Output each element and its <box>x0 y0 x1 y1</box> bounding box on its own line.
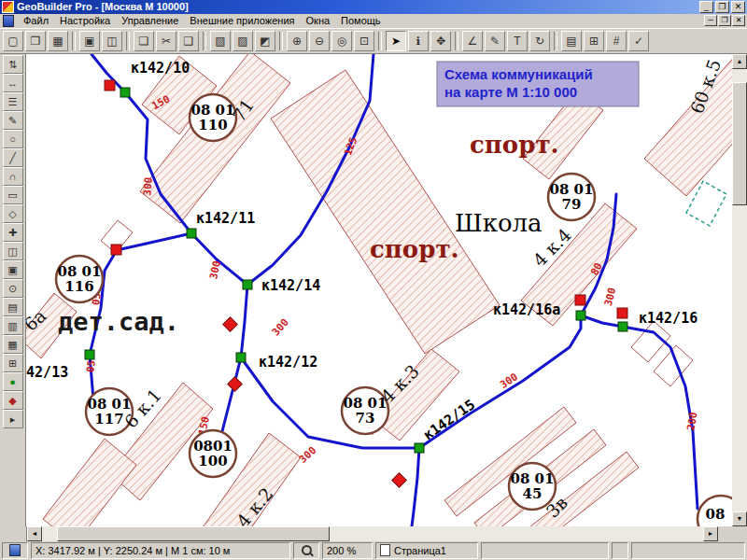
palette-tool-10[interactable]: ✚ <box>3 223 23 242</box>
list-icon: ☰ <box>8 96 18 107</box>
valve-node[interactable] <box>576 311 585 320</box>
hatch-style-button[interactable]: ▨ <box>233 31 253 51</box>
horizontal-scrollbar[interactable]: ◄ ► <box>27 526 718 541</box>
scroll-right-arrow[interactable]: ► <box>703 526 718 541</box>
red-marker-node[interactable] <box>575 295 585 305</box>
palette-tool-3[interactable]: ☰ <box>3 92 23 111</box>
red-marker-node[interactable] <box>105 80 115 91</box>
validate-button[interactable]: ✓ <box>628 31 649 51</box>
save-button[interactable]: ▦ <box>48 31 68 51</box>
well-116[interactable]: 08 01 116 <box>56 256 103 302</box>
theme-button[interactable]: ◩ <box>255 31 275 51</box>
paste-button[interactable]: ❑ <box>178 31 199 51</box>
vertical-scroll-thumb[interactable] <box>732 82 747 205</box>
palette-tool-8[interactable]: ▭ <box>3 186 23 204</box>
zoom-window-button[interactable]: ⊡ <box>354 31 374 51</box>
new-file-button[interactable]: ▢ <box>3 31 23 51</box>
zoom-extents-button[interactable]: ◎ <box>331 31 352 51</box>
palette-tool-9[interactable]: ◇ <box>3 204 23 223</box>
valve-node[interactable] <box>120 88 130 97</box>
maximize-button[interactable]: ❐ <box>715 1 729 13</box>
palette-tool-13[interactable]: ⊙ <box>3 279 23 298</box>
scroll-down-arrow[interactable]: ▼ <box>732 511 747 526</box>
vertical-scrollbar[interactable]: ▲ ▼ <box>732 54 747 526</box>
measure-button[interactable]: ∠ <box>462 31 483 51</box>
info-icon: ℹ <box>416 35 421 48</box>
palette-tool-16[interactable]: ▦ <box>3 335 23 354</box>
pipe-dn-label: 300 <box>141 176 155 196</box>
attribute-table-button[interactable]: ▤ <box>561 31 582 51</box>
palette-tool-20[interactable]: ▸ <box>3 410 23 428</box>
menu-settings[interactable]: Настройка <box>54 14 116 27</box>
palette-tool-19[interactable]: ◆ <box>3 391 23 410</box>
valve-node[interactable] <box>618 322 627 331</box>
page-cell: Страница1 <box>375 542 478 559</box>
print-preview-button[interactable]: ◫ <box>102 31 122 51</box>
palette-tool-5[interactable]: ○ <box>3 130 23 148</box>
rotate-button[interactable]: ↻ <box>529 31 550 51</box>
palette-tool-14[interactable]: ▤ <box>3 298 23 316</box>
zoom-out-button[interactable]: ⊖ <box>309 31 330 51</box>
well-110[interactable]: 08 01 110 <box>190 94 236 141</box>
hash-grid-button[interactable]: # <box>606 31 627 51</box>
menu-file[interactable]: Файл <box>18 14 54 27</box>
scroll-left-arrow[interactable]: ◄ <box>27 526 42 541</box>
valve-node[interactable] <box>236 353 246 362</box>
map-svg[interactable]: 150 300 125 300 05 05 300 150 300 100 30… <box>26 54 732 526</box>
palette-tool-17[interactable]: ⊞ <box>3 354 23 372</box>
document-icon[interactable] <box>3 15 14 27</box>
toolbar-separator <box>455 32 458 50</box>
grid-button[interactable]: ⊞ <box>584 31 604 51</box>
horizontal-scroll-track[interactable] <box>42 526 703 541</box>
toolbar-separator <box>72 32 76 50</box>
menu-management[interactable]: Управление <box>116 14 184 27</box>
hash-icon: # <box>613 35 620 48</box>
minimize-button[interactable]: _ <box>699 1 713 13</box>
menu-help[interactable]: Помощь <box>335 14 387 27</box>
palette-tool-7[interactable]: ∩ <box>3 167 23 186</box>
well-79[interactable]: 08 01 79 <box>548 174 595 220</box>
scroll-up-arrow[interactable]: ▲ <box>732 54 747 69</box>
palette-tool-6[interactable]: ╱ <box>3 148 23 167</box>
menu-windows[interactable]: Окна <box>301 14 336 27</box>
object-info-button[interactable]: ℹ <box>408 31 429 51</box>
copy-button[interactable]: ❏ <box>134 31 154 51</box>
palette-tool-12[interactable]: ▣ <box>3 260 23 279</box>
banner-line-1: Схема коммуникаций <box>444 66 593 82</box>
print-button[interactable]: ▣ <box>79 31 100 51</box>
palette-tool-15[interactable]: ▥ <box>3 316 23 335</box>
valve-node[interactable] <box>187 229 196 238</box>
palette-tool-18[interactable]: ● <box>3 372 23 391</box>
red-marker-node[interactable] <box>617 308 627 318</box>
palette-tool-1[interactable]: ⇅ <box>3 55 23 74</box>
select-button[interactable]: ➤ <box>386 31 406 51</box>
close-button[interactable]: ✕ <box>731 1 745 13</box>
node-label-k142-10: к142/10 <box>131 60 190 77</box>
zoom-in-button[interactable]: ⊕ <box>287 31 307 51</box>
mdi-minimize-button[interactable]: ─ <box>704 15 717 26</box>
edit-button[interactable]: ✎ <box>485 31 505 51</box>
valve-node[interactable] <box>85 350 94 359</box>
vertical-scroll-track[interactable] <box>732 69 747 511</box>
play-icon: ▸ <box>10 413 16 425</box>
open-file-button[interactable]: ❐ <box>25 31 46 51</box>
mdi-restore-button[interactable]: ❐ <box>718 15 731 26</box>
valve-node[interactable] <box>415 443 424 453</box>
well-100[interactable]: 0801 100 <box>190 430 236 477</box>
palette-tool-11[interactable]: ◫ <box>3 242 23 260</box>
red-marker-node[interactable] <box>111 245 121 255</box>
mdi-close-button[interactable]: ✕ <box>732 15 745 26</box>
layers-button[interactable]: ▧ <box>210 31 231 51</box>
cut-button[interactable]: ✂ <box>156 31 176 51</box>
pan-button[interactable]: ✥ <box>430 31 451 51</box>
floppy-icon: ▦ <box>52 35 63 48</box>
palette-tool-4[interactable]: ✎ <box>3 111 23 130</box>
horizontal-scroll-thumb[interactable] <box>57 526 330 541</box>
text-tool-button[interactable]: Т <box>507 31 528 51</box>
map-canvas[interactable]: 150 300 125 300 05 05 300 150 300 100 30… <box>26 54 732 526</box>
palette-tool-2[interactable]: ↔ <box>3 74 23 92</box>
title-bar: GeoBuilder Pro - [Москва М 10000] _ ❐ ✕ <box>0 0 747 14</box>
split-icon: ◫ <box>7 245 17 257</box>
valve-node[interactable] <box>243 280 252 289</box>
menu-external-apps[interactable]: Внешние приложения <box>184 14 300 27</box>
